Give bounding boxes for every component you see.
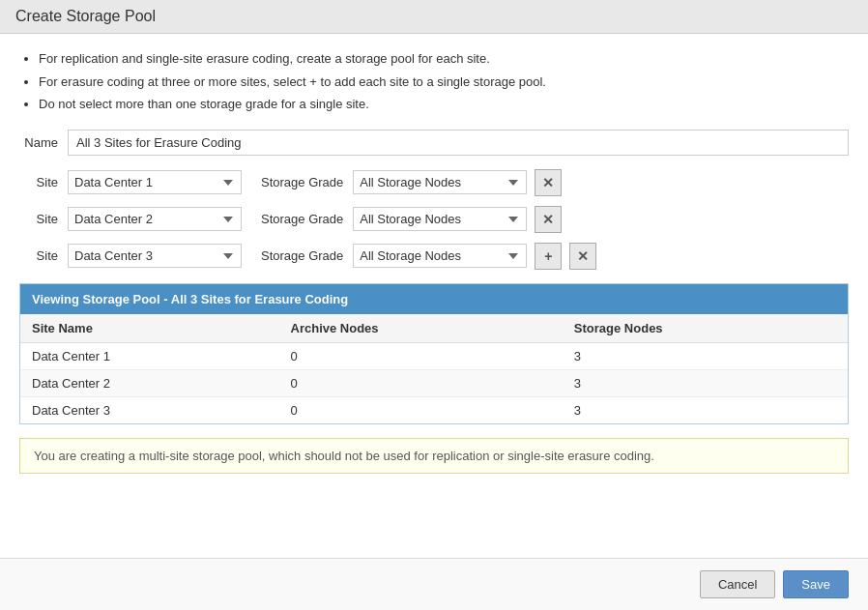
dialog-header: Create Storage Pool xyxy=(0,0,868,34)
instruction-item-2: For erasure coding at three or more site… xyxy=(39,73,849,92)
create-storage-pool-dialog: Create Storage Pool For replication and … xyxy=(0,0,868,610)
add-site-button[interactable]: + xyxy=(535,243,562,270)
remove-site-button-3[interactable]: ✕ xyxy=(569,243,596,270)
name-label: Name xyxy=(19,135,68,150)
col-site-name: Site Name xyxy=(20,314,279,343)
cancel-button[interactable]: Cancel xyxy=(700,570,775,598)
storage-grade-select-2[interactable]: All Storage Nodes xyxy=(353,207,527,231)
viewing-section: Viewing Storage Pool - All 3 Sites for E… xyxy=(19,283,849,424)
warning-text: You are creating a multi-site storage po… xyxy=(34,449,654,463)
dialog-title: Create Storage Pool xyxy=(15,8,853,25)
name-row: Name xyxy=(19,130,849,156)
site-row-2: Site Data Center 1 Data Center 2 Data Ce… xyxy=(19,206,849,233)
site-row-1: Site Data Center 1 Data Center 2 Data Ce… xyxy=(19,169,849,196)
row2-archive: 0 xyxy=(279,369,563,396)
site-select-3[interactable]: Data Center 1 Data Center 2 Data Center … xyxy=(68,244,242,268)
table-row: Data Center 3 0 3 xyxy=(20,396,848,423)
site-label-3: Site xyxy=(19,248,68,263)
name-input[interactable] xyxy=(68,130,849,156)
row1-archive: 0 xyxy=(279,342,563,369)
remove-site-button-1[interactable]: ✕ xyxy=(535,169,562,196)
storage-grade-select-1[interactable]: All Storage Nodes xyxy=(353,170,527,194)
row3-site: Data Center 3 xyxy=(20,396,279,423)
viewing-table: Site Name Archive Nodes Storage Nodes Da… xyxy=(20,314,848,423)
col-storage-nodes: Storage Nodes xyxy=(563,314,848,343)
site-select-1[interactable]: Data Center 1 Data Center 2 Data Center … xyxy=(68,170,242,194)
table-header-row: Site Name Archive Nodes Storage Nodes xyxy=(20,314,848,343)
row3-storage: 3 xyxy=(563,396,848,423)
row1-storage: 3 xyxy=(563,342,848,369)
row1-site: Data Center 1 xyxy=(20,342,279,369)
site-row-3: Site Data Center 1 Data Center 2 Data Ce… xyxy=(19,243,849,270)
storage-grade-label-2: Storage Grade xyxy=(261,212,343,226)
viewing-header: Viewing Storage Pool - All 3 Sites for E… xyxy=(20,284,848,314)
storage-grade-select-3[interactable]: All Storage Nodes xyxy=(353,244,527,268)
save-button[interactable]: Save xyxy=(783,570,849,598)
instruction-item-3: Do not select more than one storage grad… xyxy=(39,95,849,114)
row2-storage: 3 xyxy=(563,369,848,396)
site-select-2[interactable]: Data Center 1 Data Center 2 Data Center … xyxy=(68,207,242,231)
col-archive-nodes: Archive Nodes xyxy=(279,314,563,343)
storage-grade-label-3: Storage Grade xyxy=(261,248,343,263)
instruction-item-1: For replication and single-site erasure … xyxy=(39,49,849,69)
instructions-list: For replication and single-site erasure … xyxy=(19,49,849,114)
table-row: Data Center 2 0 3 xyxy=(20,369,848,396)
storage-grade-label-1: Storage Grade xyxy=(261,175,343,189)
dialog-footer: Cancel Save xyxy=(0,558,868,610)
warning-box: You are creating a multi-site storage po… xyxy=(19,438,849,474)
row2-site: Data Center 2 xyxy=(20,369,279,396)
instructions: For replication and single-site erasure … xyxy=(19,49,849,114)
table-row: Data Center 1 0 3 xyxy=(20,342,848,369)
row3-archive: 0 xyxy=(279,396,563,423)
dialog-body: For replication and single-site erasure … xyxy=(0,34,868,503)
site-label-1: Site xyxy=(19,175,68,189)
site-label-2: Site xyxy=(19,212,68,226)
remove-site-button-2[interactable]: ✕ xyxy=(535,206,562,233)
